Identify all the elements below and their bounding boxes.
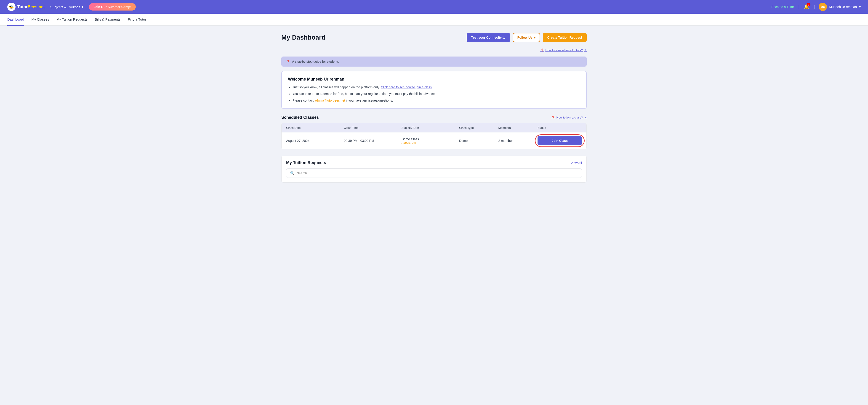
top-navigation: 🐝 TutorBees.net Subjects & Courses ▾ Joi… — [0, 0, 868, 14]
main-content: My Dashboard Test your Connectivity Foll… — [274, 26, 594, 190]
col-class-type: Class Type — [459, 126, 496, 129]
chevron-down-icon: ▾ — [82, 5, 84, 9]
create-tuition-button[interactable]: Create Tuition Request — [543, 33, 587, 42]
nav-bills-payments[interactable]: Bills & Payments — [95, 14, 121, 26]
scheduled-classes-title: Scheduled Classes — [281, 115, 319, 120]
cell-status: Join Class — [537, 136, 582, 145]
col-members: Members — [498, 126, 535, 129]
table-row: August 27, 2024 02:39 PM - 03:09 PM Demo… — [282, 132, 586, 149]
notification-badge: 1 — [807, 3, 810, 6]
nav-left: 🐝 TutorBees.net Subjects & Courses ▾ Joi… — [7, 3, 136, 11]
chevron-down-icon: ▾ — [859, 5, 861, 9]
logo-text: TutorBees.net — [18, 5, 45, 9]
summer-camp-button[interactable]: Join Our Summer Camp! — [89, 3, 136, 10]
join-class-link[interactable]: Click here to see how to join a class — [381, 85, 432, 89]
external-link-icon: ↗ — [584, 116, 587, 119]
how-to-join-link[interactable]: ❓ How to join a class? ↗ — [551, 116, 587, 119]
tuition-requests-title: My Tuition Requests — [286, 161, 326, 165]
page-title: My Dashboard — [281, 34, 326, 41]
tutor-name: Abbas Amir — [402, 141, 457, 144]
notification-button[interactable]: 🔔 1 — [802, 3, 810, 11]
table-header-row: Class Date Class Time Subject/Tutor Clas… — [282, 123, 586, 132]
user-menu[interactable]: MU Muneeb Ur rehman ▾ — [818, 3, 861, 11]
welcome-list: Just so you know, all classes will happe… — [288, 85, 580, 103]
connectivity-button[interactable]: Test your Connectivity — [467, 33, 510, 42]
col-class-time: Class Time — [344, 126, 399, 129]
welcome-item-2: You can take up to 3 demos for free, but… — [292, 91, 580, 96]
nav-right: Become a Tutor | 🔔 1 | MU Muneeb Ur rehm… — [771, 3, 861, 11]
external-link-icon: ↗ — [584, 49, 587, 52]
secondary-navigation: Dashboard My Classes My Tuition Requests… — [0, 14, 868, 26]
col-class-date: Class Date — [286, 126, 341, 129]
search-bar: 🔍 — [286, 168, 582, 178]
cell-time: 02:39 PM - 03:09 PM — [344, 139, 399, 143]
tuition-requests-header: My Tuition Requests View All — [286, 161, 582, 165]
col-subject-tutor: Subject/Tutor — [402, 126, 457, 129]
guide-banner: ❓ A step-by-step guide for students — [281, 57, 587, 66]
question-icon: ❓ — [551, 116, 555, 119]
join-class-button[interactable]: Join Class — [537, 136, 582, 145]
join-class-wrapper: Join Class — [537, 136, 582, 145]
question-icon: ❓ — [540, 49, 544, 52]
avatar: MU — [818, 3, 827, 11]
cell-members: 2 members — [498, 139, 535, 143]
subjects-courses-button[interactable]: Subjects & Courses ▾ — [50, 5, 84, 9]
cell-class-type: Demo — [459, 139, 496, 143]
cell-date: August 27, 2024 — [286, 139, 341, 143]
subject-name: Demo Class — [402, 137, 457, 141]
view-all-link[interactable]: View All — [571, 161, 582, 165]
logo-icon: 🐝 — [7, 3, 16, 11]
tuition-requests-section: My Tuition Requests View All 🔍 — [281, 155, 587, 182]
question-circle-icon: ❓ — [286, 60, 290, 63]
col-status: Status — [537, 126, 582, 129]
nav-find-tutor[interactable]: Find a Tutor — [128, 14, 146, 26]
become-tutor-link[interactable]: Become a Tutor — [771, 5, 794, 9]
follow-us-button[interactable]: Follow Us ▾ — [513, 33, 540, 42]
scheduled-classes-header: Scheduled Classes ❓ How to join a class?… — [281, 115, 587, 120]
header-actions: Test your Connectivity Follow Us ▾ Creat… — [467, 33, 587, 42]
welcome-title: Welcome Muneeb Ur rehman! — [288, 77, 580, 82]
cell-subject-tutor: Demo Class Abbas Amir — [402, 137, 457, 144]
search-input[interactable] — [297, 171, 578, 175]
scheduled-classes-table: Class Date Class Time Subject/Tutor Clas… — [281, 123, 587, 149]
nav-divider: | — [798, 5, 799, 9]
help-link-offers[interactable]: ❓ How to view offers of tutors? ↗ — [281, 49, 587, 52]
welcome-box: Welcome Muneeb Ur rehman! Just so you kn… — [281, 71, 587, 109]
user-name: Muneeb Ur rehman — [829, 5, 857, 9]
welcome-item-3: Please contact admin@tutorbees.net if yo… — [292, 98, 580, 103]
nav-tuition-requests[interactable]: My Tuition Requests — [57, 14, 88, 26]
nav-my-classes[interactable]: My Classes — [31, 14, 49, 26]
chevron-down-icon: ▾ — [534, 36, 535, 39]
search-icon: 🔍 — [290, 171, 294, 175]
logo[interactable]: 🐝 TutorBees.net — [7, 3, 45, 11]
nav-divider-2: | — [814, 5, 815, 9]
nav-dashboard[interactable]: Dashboard — [7, 14, 24, 26]
welcome-item-1: Just so you know, all classes will happe… — [292, 85, 580, 90]
dashboard-header: My Dashboard Test your Connectivity Foll… — [281, 33, 587, 42]
admin-email-link[interactable]: admin@tutorbees.net — [314, 98, 345, 102]
